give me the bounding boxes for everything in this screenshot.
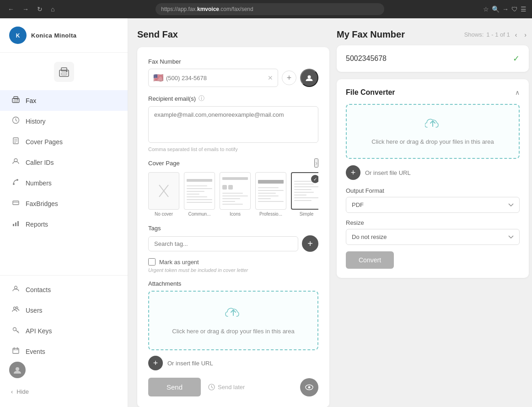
search-icon[interactable]: 🔍 [492,5,500,13]
bottom-nav: Contacts Users API Keys Events [0,275,128,407]
sidebar-item-contacts[interactable]: Contacts [0,279,128,300]
fax-number-input[interactable] [166,75,268,81]
preview-button[interactable] [300,378,318,396]
urgent-row: Mark as urgent [148,258,318,266]
svg-rect-21 [15,222,16,226]
hide-sidebar-button[interactable]: ‹ Hide [0,384,128,400]
cover-page-commun[interactable]: Commun... [184,172,215,217]
reports-icon [11,219,20,229]
fc-insert-row: + Or insert file URL [346,165,520,180]
cover-page-no-cover[interactable]: No cover [148,172,179,217]
fax-number-row: 🇺🇸 ✕ + [148,69,318,87]
svg-point-24 [13,307,16,309]
fax-bridges-icon [11,199,20,208]
svg-rect-22 [17,221,19,226]
forward-button[interactable]: → [20,5,31,14]
sidebar-item-fax[interactable]: Fax [0,90,128,111]
url-bar[interactable]: https://app.fax.kmvoice.com/fax/send [156,3,384,15]
chevron-left-icon: ‹ [11,388,13,395]
convert-button[interactable]: Convert [346,251,394,269]
sidebar-item-history[interactable]: History [0,111,128,131]
my-fax-section: My Fax Number Shows: 1 - 1 of 1 ‹ › 5002… [337,29,529,72]
cover-page-label: Cover Page [148,160,180,167]
cover-page-thumb-professional [255,172,286,210]
fax-number-label: Fax Number [148,58,318,65]
cover-page-label-professional: Professio... [259,212,282,217]
add-tag-button[interactable]: + [302,235,318,252]
numbers-icon [11,178,20,188]
sidebar-label-reports: Reports [26,221,48,228]
us-flag-icon: 🇺🇸 [153,73,163,83]
svg-rect-4 [61,73,67,75]
fax-next-button[interactable]: › [522,30,529,39]
back-button[interactable]: ← [5,5,16,14]
file-drop-zone[interactable]: Click here or drag & drop your files in … [148,291,318,350]
cover-page-label-no-cover: No cover [155,212,173,217]
caller-ids-icon [11,157,20,167]
main-content: Send Fax Fax Number 🇺🇸 ✕ + [128,18,532,407]
send-fax-title: Send Fax [137,29,329,40]
tags-input[interactable] [148,236,298,251]
refresh-button[interactable]: ↻ [35,5,45,14]
sidebar-fax-area [0,53,128,87]
sidebar-label-fax-bridges: FaxBridges [26,200,58,207]
svg-point-33 [16,367,19,371]
insert-url-button[interactable]: + [148,356,163,370]
user-avatar[interactable] [9,362,26,378]
bookmark-icon[interactable]: ☆ [483,5,489,13]
sidebar-label-contacts: Contacts [26,286,51,293]
home-button[interactable]: ⌂ [48,5,57,14]
shows-value: 1 - 1 of 1 [486,31,510,38]
emails-hint: Comma separated list of emails to notify [148,147,318,152]
send-button[interactable]: Send [148,378,201,396]
fax-prev-button[interactable]: ‹ [513,30,520,39]
add-fax-button[interactable]: + [282,71,296,85]
cover-page-icons[interactable]: Icons [220,172,251,217]
mark-urgent-checkbox[interactable] [148,258,156,266]
sidebar-item-events[interactable]: Events [0,341,128,362]
sidebar-item-numbers[interactable]: Numbers [0,173,128,193]
fc-insert-url-button[interactable]: + [346,165,360,180]
cover-page-simple[interactable]: ✓ [291,172,318,217]
resize-select[interactable]: Do not resize Fit to page Stretch to pag… [346,229,520,245]
svg-point-39 [308,386,311,388]
output-format-select[interactable]: PDF DOCX JPEG PNG [346,197,520,213]
cover-page-thumb-commun [184,172,215,210]
sidebar-item-reports[interactable]: Reports [0,214,128,234]
cover-page-professional[interactable]: Professio... [255,172,286,217]
sidebar-item-fax-bridges[interactable]: FaxBridges [0,193,128,214]
menu-icon[interactable]: ☰ [521,5,527,13]
resize-label: Resize [346,219,520,226]
file-converter-title: File Converter [346,88,395,97]
clear-fax-button[interactable]: ✕ [268,74,273,81]
recipient-emails-input[interactable] [148,106,318,143]
cover-page-next-button[interactable]: › [314,158,318,168]
sidebar-item-cover-pages[interactable]: Cover Pages [0,131,128,152]
sidebar-label-cover-pages: Cover Pages [26,138,63,146]
nav-forward-icon[interactable]: → [502,5,509,13]
svg-point-25 [16,307,18,309]
drop-zone-text: Click here or drag & drop your files in … [172,328,294,335]
fc-drop-zone[interactable]: Click here or drag & drop your files in … [346,104,520,159]
contacts-icon [11,285,20,294]
sidebar-label-caller-ids: Caller IDs [26,159,54,166]
logo-area: K Konica Minolta [0,18,128,53]
sidebar-item-caller-ids[interactable]: Caller IDs [0,152,128,173]
sidebar-item-users[interactable]: Users [0,300,128,320]
svg-rect-18 [13,201,19,205]
sidebar-item-api-keys[interactable]: API Keys [0,320,128,341]
send-later-row[interactable]: Send later [208,384,245,391]
cover-page-thumb-icons [220,172,251,210]
fax-shows-row: Shows: 1 - 1 of 1 ‹ › [464,30,529,39]
contact-picker-button[interactable] [300,69,318,87]
urgent-hint: Urgent token must be included in cover l… [148,267,318,273]
cover-page-label-icons: Icons [230,212,241,217]
collapse-button[interactable]: ∧ [515,89,520,96]
insert-url-row: + Or insert file URL [148,356,318,370]
svg-point-16 [16,179,18,181]
hide-label: Hide [16,388,29,395]
send-fax-card: Fax Number 🇺🇸 ✕ + Recipient email(s) [137,47,329,407]
svg-point-9 [17,99,18,100]
users-icon [11,305,20,315]
svg-rect-29 [13,348,19,353]
